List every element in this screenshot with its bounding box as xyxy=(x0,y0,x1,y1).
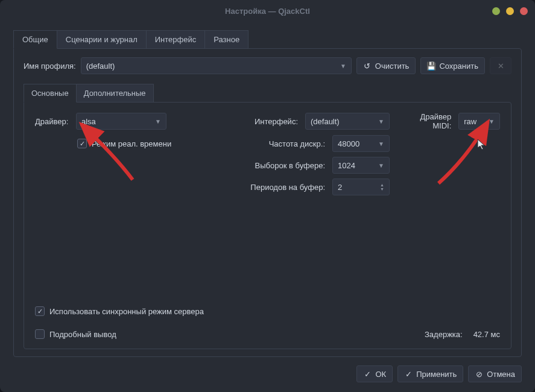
chevron-down-icon: ▼ xyxy=(489,118,495,125)
close-icon: ✕ xyxy=(496,62,505,70)
cancel-icon: ⊘ xyxy=(475,370,483,378)
chevron-down-icon: ▼ xyxy=(155,118,161,125)
sample-rate-label: Частота дискр.: xyxy=(203,139,328,148)
save-button[interactable]: 💾 Сохранить xyxy=(420,57,485,74)
settings-window: Настройка — QjackCtl Общие Сценарии и жу… xyxy=(0,0,535,392)
save-icon: 💾 xyxy=(427,62,435,70)
check-icon: ✓ xyxy=(404,370,413,378)
realtime-checkbox[interactable] xyxy=(77,139,87,148)
chevron-down-icon: ▼ xyxy=(340,63,346,69)
chevron-down-icon: ▼ xyxy=(378,162,384,169)
maximize-button[interactable] xyxy=(506,7,514,15)
subtab-advanced[interactable]: Дополнительные xyxy=(77,84,154,103)
latency-label: Задержка: xyxy=(425,330,463,339)
window-title: Настройка — QjackCtl xyxy=(225,7,310,16)
reload-icon: ↺ xyxy=(363,62,372,70)
basic-panel: Драйвер: alsa ▼ Интерфейс: (default) ▼ xyxy=(24,102,511,349)
delete-button: ✕ xyxy=(490,57,511,74)
driver-label: Драйвер: xyxy=(35,117,71,126)
cancel-button[interactable]: ⊘ Отмена xyxy=(468,365,522,382)
tab-interface[interactable]: Интерфейс xyxy=(147,30,205,49)
ok-button[interactable]: ✓ ОК xyxy=(356,365,393,382)
chevron-down-icon: ▼ xyxy=(378,118,384,125)
midi-driver-combo[interactable]: raw ▼ xyxy=(458,113,500,130)
driver-combo[interactable]: alsa ▼ xyxy=(76,113,166,130)
tab-general-body: Имя профиля: (default) ▼ ↺ Очистить 💾 Со… xyxy=(13,48,522,357)
spin-arrows-icon: ▲▼ xyxy=(380,183,384,191)
close-button[interactable] xyxy=(520,7,528,15)
subtab-basic[interactable]: Основные xyxy=(24,84,77,103)
verbose-checkbox[interactable] xyxy=(35,329,45,339)
frames-combo[interactable]: 1024 ▼ xyxy=(332,157,390,174)
midi-driver-label: Драйвер MIDI: xyxy=(400,112,454,130)
window-controls xyxy=(492,7,528,15)
interface-label: Интерфейс: xyxy=(203,117,300,126)
titlebar: Настройка — QjackCtl xyxy=(0,0,535,22)
check-icon: ✓ xyxy=(363,370,372,378)
interface-combo[interactable]: (default) ▼ xyxy=(305,113,390,130)
verbose-label: Подробный вывод xyxy=(49,330,116,339)
dialog-buttons: ✓ ОК ✓ Применить ⊘ Отмена xyxy=(13,357,522,382)
apply-button[interactable]: ✓ Применить xyxy=(397,365,463,382)
realtime-label: Режим реал. времени xyxy=(92,139,171,148)
clear-button[interactable]: ↺ Очистить xyxy=(356,57,416,74)
chevron-down-icon: ▼ xyxy=(378,141,384,147)
tab-misc[interactable]: Разное xyxy=(205,30,249,49)
periods-spin[interactable]: 2 ▲▼ xyxy=(332,179,390,195)
sync-mode-label: Использовать синхронный режим сервера xyxy=(49,307,204,316)
profile-name-combo[interactable]: (default) ▼ xyxy=(81,57,352,74)
profile-name-label: Имя профиля: xyxy=(24,62,76,71)
sample-rate-combo[interactable]: 48000 ▼ xyxy=(332,135,390,152)
tab-scenarios[interactable]: Сценарии и журнал xyxy=(57,30,147,49)
sync-mode-checkbox[interactable] xyxy=(35,306,45,316)
tab-general[interactable]: Общие xyxy=(13,30,57,49)
sub-tabs: Основные Дополнительные xyxy=(24,84,511,103)
main-tabs: Общие Сценарии и журнал Интерфейс Разное xyxy=(13,30,522,49)
periods-label: Периодов на буфер: xyxy=(203,183,328,192)
latency-value: 42.7 мс xyxy=(473,330,500,339)
minimize-button[interactable] xyxy=(492,7,500,15)
frames-label: Выборок в буфере: xyxy=(203,161,328,170)
